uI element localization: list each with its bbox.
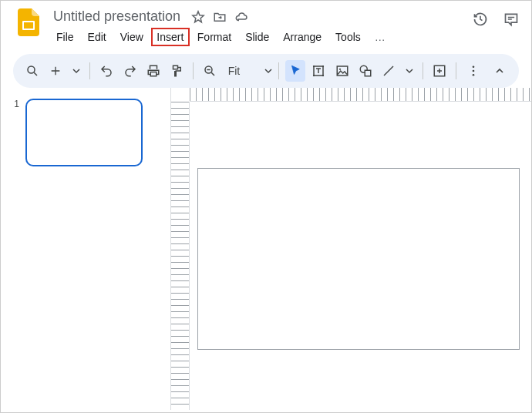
new-slide-dropdown-icon[interactable] <box>69 60 84 82</box>
toolbar-separator <box>89 62 90 79</box>
print-icon[interactable] <box>143 60 163 82</box>
toolbar: Fit <box>13 54 519 88</box>
toolbar-separator <box>423 62 423 79</box>
star-icon[interactable] <box>191 10 205 24</box>
svg-point-10 <box>339 69 341 70</box>
slide-canvas[interactable] <box>197 168 520 350</box>
menu-file[interactable]: File <box>50 28 80 46</box>
paint-format-icon[interactable] <box>167 60 187 82</box>
zoom-label: Fit <box>228 65 241 77</box>
canvas-area <box>170 88 531 410</box>
image-icon[interactable] <box>332 60 352 82</box>
version-history-icon[interactable] <box>473 12 488 27</box>
slide-panel: 1 <box>1 88 170 410</box>
svg-rect-1 <box>24 22 33 29</box>
collapse-toolbar-icon[interactable] <box>490 60 510 82</box>
comment-add-icon[interactable] <box>429 60 450 82</box>
svg-rect-9 <box>337 66 348 76</box>
new-slide-icon[interactable] <box>45 60 66 82</box>
svg-point-5 <box>313 65 315 67</box>
zoom-out-icon[interactable] <box>200 60 220 82</box>
menu-insert[interactable]: Insert <box>151 28 190 46</box>
slide-number: 1 <box>10 99 19 109</box>
svg-point-6 <box>322 65 324 67</box>
line-tool-icon[interactable] <box>379 60 399 82</box>
menu-format[interactable]: Format <box>191 28 237 46</box>
shape-icon[interactable] <box>355 60 375 82</box>
doc-title[interactable]: Untitled presentation <box>50 7 184 26</box>
svg-point-8 <box>322 75 324 76</box>
toolbar-separator <box>193 62 194 79</box>
svg-point-2 <box>28 66 35 73</box>
search-menus-icon[interactable] <box>22 60 42 82</box>
comments-icon[interactable] <box>503 12 519 27</box>
svg-point-7 <box>313 75 315 76</box>
slide-thumbnail[interactable] <box>25 99 143 166</box>
zoom-dropdown-icon[interactable] <box>247 60 272 82</box>
zoom-level[interactable]: Fit <box>224 60 245 82</box>
menu-tools[interactable]: Tools <box>329 28 367 46</box>
horizontal-ruler <box>190 88 531 102</box>
slides-app-logo[interactable] <box>13 7 44 38</box>
toolbar-separator <box>278 62 279 79</box>
undo-icon[interactable] <box>96 60 116 82</box>
svg-point-14 <box>472 65 474 68</box>
select-tool-icon[interactable] <box>285 60 305 82</box>
vertical-ruler <box>171 102 190 410</box>
toolbar-separator <box>456 62 456 79</box>
move-to-folder-icon[interactable] <box>213 10 227 24</box>
svg-point-16 <box>472 74 474 76</box>
svg-rect-12 <box>365 70 371 76</box>
textbox-icon[interactable] <box>308 60 328 82</box>
line-dropdown-icon[interactable] <box>402 60 416 82</box>
menu-view[interactable]: View <box>114 28 150 46</box>
svg-point-15 <box>472 70 474 72</box>
menu-more[interactable]: … <box>369 28 392 46</box>
menu-slide[interactable]: Slide <box>239 28 275 46</box>
more-tools-icon[interactable] <box>463 60 483 82</box>
redo-icon[interactable] <box>120 60 140 82</box>
cloud-status-icon[interactable] <box>234 10 248 24</box>
menu-arrange[interactable]: Arrange <box>277 28 328 46</box>
menubar: File Edit View Insert Format Slide Arran… <box>50 28 466 46</box>
menu-edit[interactable]: Edit <box>82 28 113 46</box>
